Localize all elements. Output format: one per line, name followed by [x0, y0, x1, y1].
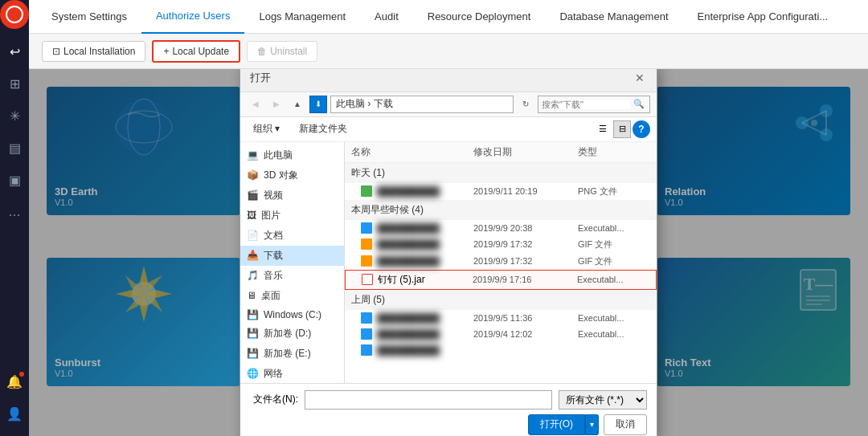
new-folder-button[interactable]: 新建文件夹: [293, 120, 354, 137]
dialog-file-main: 名称 修改日期 类型 昨天 (1) ██████████: [345, 142, 657, 383]
nav-enterprise-app[interactable]: Enterprise App Configurati...: [683, 0, 843, 34]
open-button[interactable]: 打开(O): [528, 414, 585, 435]
sidebar-item-asterisk[interactable]: ✳: [0, 101, 29, 130]
view-buttons: ☰ ⊟ ?: [594, 120, 650, 138]
sidebar-network[interactable]: 🌐 网络: [240, 364, 344, 383]
col-date: 修改日期: [473, 145, 578, 159]
file-item[interactable]: ██████████: [345, 342, 657, 358]
sidebar-drive-e[interactable]: 💾 新加卷 (E:): [240, 344, 344, 364]
file-list-header: 名称 修改日期 类型: [345, 142, 657, 163]
sidebar-item-bell[interactable]: 🔔: [0, 367, 29, 396]
sidebar-item-chart[interactable]: ▤: [0, 133, 29, 162]
desktop-icon: 🖥: [247, 290, 256, 301]
sidebar-item-more[interactable]: …: [0, 198, 29, 226]
file-date-2-0: 2019/9/5 11:36: [473, 313, 578, 323]
cancel-button[interactable]: 取消: [604, 414, 647, 435]
sidebar-drive-d[interactable]: 💾 新加卷 (D:): [240, 324, 344, 344]
sidebar-downloads[interactable]: 📥 下载: [240, 246, 344, 266]
file-item[interactable]: ██████████ 2019/9/9 17:32 GIF 文件: [345, 253, 657, 270]
nav-database-management[interactable]: Database Management: [545, 0, 682, 34]
list-view-button[interactable]: ☰: [594, 120, 612, 138]
sidebar-item-back[interactable]: ↩: [0, 37, 29, 66]
file-item[interactable]: ██████████ 2019/9/11 20:19 PNG 文件: [345, 183, 657, 200]
sidebar-music[interactable]: 🎵 音乐: [240, 266, 344, 286]
dialog-sidebar: 💻 此电脑 📦 3D 对象 🎬 视频 🖼: [240, 142, 345, 383]
file-date-2-1: 2019/9/4 12:02: [473, 329, 578, 339]
nav-authorize-users[interactable]: Authorize Users: [141, 0, 244, 34]
nav-system-settings[interactable]: System Settings: [37, 0, 141, 34]
video-icon: 🎬: [247, 189, 259, 201]
nav-back-button[interactable]: ◀: [247, 96, 264, 113]
open-button-group: 打开(O) ▾: [528, 414, 599, 435]
file-name-blurred: ██████████: [377, 239, 440, 249]
organize-button[interactable]: 组织 ▾: [247, 120, 286, 137]
file-list: 昨天 (1) ██████████ 2019/9/11 20:19 PNG 文件: [345, 163, 657, 383]
file-type-2-1: Executabl...: [578, 329, 650, 339]
sidebar-item-grid[interactable]: ⊞: [0, 69, 29, 98]
main-toolbar: ⊡ Local Installation + Local Update 🗑 Un…: [29, 34, 868, 69]
sidebar-3d-objects[interactable]: 📦 3D 对象: [240, 165, 344, 185]
sidebar-desktop[interactable]: 🖥 桌面: [240, 286, 344, 306]
file-type-0-0: PNG 文件: [578, 185, 650, 198]
file-open-dialog: 打开 ✕ ◀ ▶ ▲ ⬇ 此电脑 › 下载 ↻ 🔍: [240, 69, 657, 436]
file-date-1-2: 2019/9/9 17:32: [473, 256, 578, 266]
network-icon: 🌐: [247, 368, 259, 379]
file-date-0-0: 2019/9/11 20:19: [473, 186, 578, 196]
document-icon: 📄: [247, 230, 259, 241]
sidebar-item-monitor[interactable]: ▣: [0, 165, 29, 194]
nav-up-button[interactable]: ▲: [289, 96, 306, 113]
picture-icon: 🖼: [247, 210, 256, 221]
sidebar-windows-c[interactable]: 💾 Windows (C:): [240, 306, 344, 324]
file-name-jar: 钉钉 (5).jar: [378, 273, 425, 287]
file-icon-exe: [361, 222, 372, 234]
dialog-close-button[interactable]: ✕: [633, 71, 647, 85]
file-name-blurred: ██████████: [377, 186, 440, 196]
file-item[interactable]: ██████████ 2019/9/4 12:02 Executabl...: [345, 326, 657, 342]
file-name-blurred-4: ██████████: [377, 329, 440, 339]
file-item[interactable]: ██████████ 2019/9/9 20:38 Executabl...: [345, 220, 657, 236]
help-button[interactable]: ?: [633, 120, 650, 138]
file-date-1-3: 2019/9/9 17:16: [473, 275, 577, 284]
file-item[interactable]: ██████████ 2019/9/9 17:32 GIF 文件: [345, 236, 657, 253]
file-name-blurred-3: ██████████: [377, 313, 440, 323]
filename-row: 文件名(N): 所有文件 (*.*): [250, 390, 647, 410]
sidebar-videos[interactable]: 🎬 视频: [240, 185, 344, 206]
nav-refresh-button[interactable]: ↻: [517, 96, 534, 113]
main-area: System Settings Authorize Users Logs Man…: [29, 0, 868, 436]
nav-resource-deployment[interactable]: Resource Deployment: [413, 0, 546, 34]
nav-search-input[interactable]: [542, 100, 630, 109]
music-icon: 🎵: [247, 270, 259, 281]
local-update-button[interactable]: + Local Update: [152, 40, 240, 63]
nav-logs-management[interactable]: Logs Management: [244, 0, 360, 34]
filetype-select[interactable]: 所有文件 (*.*): [559, 390, 647, 410]
content-area: 3D Earth V1.0: [29, 69, 868, 436]
app-logo[interactable]: [0, 0, 29, 29]
file-icon-exe-2: [361, 312, 372, 324]
nav-audit[interactable]: Audit: [360, 0, 413, 34]
dialog-nav-bar: ◀ ▶ ▲ ⬇ 此电脑 › 下载 ↻ 🔍: [240, 92, 657, 117]
sidebar-this-pc[interactable]: 💻 此电脑: [240, 145, 344, 165]
uninstall-button[interactable]: 🗑 Uninstall: [247, 41, 317, 62]
dialog-title-bar: 打开 ✕: [240, 69, 657, 92]
nav-download-button[interactable]: ⬇: [309, 96, 327, 113]
open-dropdown-button[interactable]: ▾: [585, 414, 599, 435]
file-item-jar-selected[interactable]: 钉钉 (5).jar 2019/9/9 17:16 Executabl...: [345, 270, 657, 290]
file-icon-gif-2: [361, 255, 372, 267]
dialog-title: 打开: [250, 71, 271, 85]
download-icon: 📥: [247, 250, 259, 261]
filename-input[interactable]: [305, 390, 552, 410]
group-yesterday: 昨天 (1): [345, 163, 657, 183]
local-installation-button[interactable]: ⊡ Local Installation: [42, 41, 145, 62]
detail-view-button[interactable]: ⊟: [613, 120, 631, 138]
pc-icon: 💻: [247, 149, 259, 161]
col-type: 类型: [578, 145, 650, 159]
notification-dot: [19, 372, 24, 377]
file-item[interactable]: ██████████ 2019/9/5 11:36 Executabl...: [345, 310, 657, 326]
group-last-week: 上周 (5): [345, 290, 657, 310]
file-name-blurred-2: ██████████: [377, 256, 440, 266]
sidebar-pictures[interactable]: 🖼 图片: [240, 206, 344, 226]
sidebar-documents[interactable]: 📄 文档: [240, 226, 344, 246]
sidebar-item-user[interactable]: 👤: [0, 399, 29, 428]
install-icon: ⊡: [52, 46, 60, 57]
nav-forward-button[interactable]: ▶: [268, 96, 285, 113]
